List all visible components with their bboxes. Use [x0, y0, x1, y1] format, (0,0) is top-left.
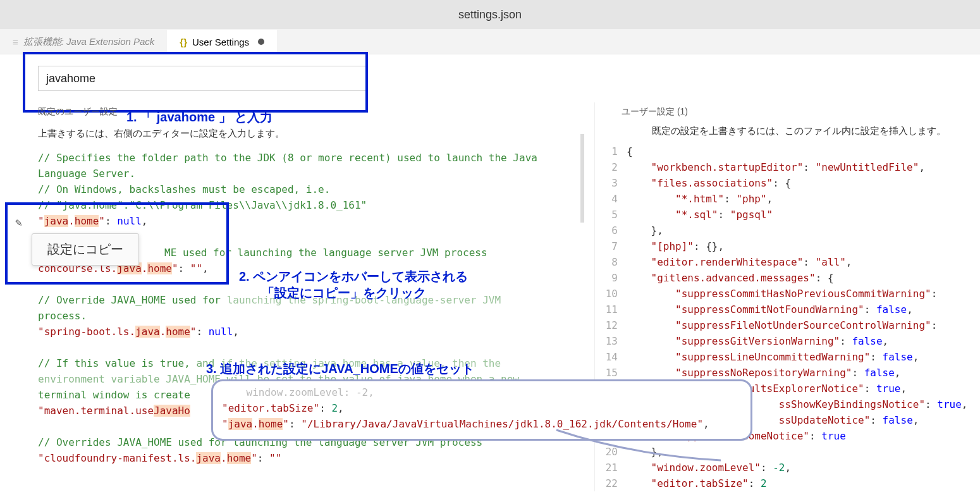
list-icon: ≡ [13, 37, 18, 47]
braces-icon: {} [180, 37, 187, 47]
section-description: 上書きするには、右側のエディターに設定を入力します。 [38, 128, 594, 140]
annotation-3: 3. 追加された設定にJAVA_HOMEの値をセット [206, 360, 474, 377]
tab-extensions[interactable]: ≡ 拡張機能: Java Extension Pack [0, 30, 167, 54]
code-comment: terminal window is create [38, 389, 190, 401]
annotation-2: 2. ペンアイコンをホバーして表示される 「設定にコピー」をクリック [239, 268, 468, 301]
code-comment: process. [38, 310, 87, 322]
section-heading: ユーザー設定 (1) [595, 106, 980, 118]
section-description: 既定の設定を上書きするには、このファイル内に設定を挿入します。 [595, 125, 980, 137]
minimap[interactable] [580, 134, 584, 223]
code-comment: // On Windows, backslashes must be escap… [38, 183, 330, 195]
tab-label: User Settings [192, 37, 249, 47]
annotation-1: 1. 「 javahome 」 と入力 [126, 109, 273, 126]
tab-user-settings[interactable]: {} User Settings [167, 30, 277, 54]
code-comment: // Specifies the folder path to the JDK … [38, 152, 537, 164]
tab-bar: ≡ 拡張機能: Java Extension Pack {} User Sett… [0, 29, 980, 54]
dirty-indicator-icon [258, 39, 264, 45]
section-heading: 既定のユーザー設定 [38, 106, 594, 118]
annotation-box-2 [5, 202, 229, 285]
tab-label: 拡張機能: Java Extension Pack [23, 36, 155, 48]
window-title: settings.json [0, 0, 980, 29]
code-comment: Language Server. [38, 168, 135, 180]
annotation-arrow-icon [556, 430, 733, 468]
